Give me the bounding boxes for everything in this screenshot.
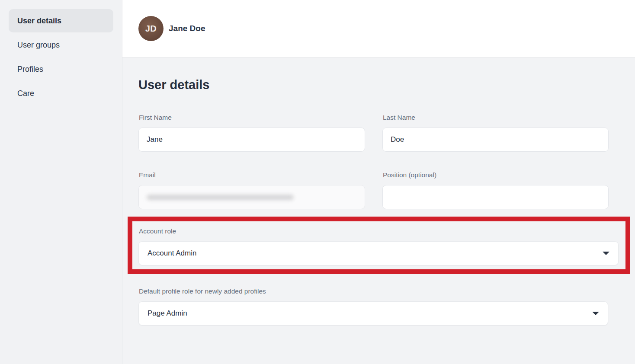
default-profile-role-value: Page Admin: [148, 309, 187, 318]
user-name: Jane Doe: [169, 24, 205, 33]
last-name-input[interactable]: [382, 128, 609, 152]
sidebar-item-label: User groups: [17, 41, 60, 50]
user-details-form: User details First Name Last Name Email: [122, 57, 635, 326]
sidebar-item-profiles[interactable]: Profiles: [9, 57, 113, 81]
account-role-value: Account Admin: [148, 249, 196, 258]
position-field-group: Position (optional): [382, 171, 609, 209]
red-annotation-rectangle: Account role Account Admin: [128, 217, 630, 274]
sidebar-item-user-details[interactable]: User details: [9, 9, 113, 32]
chevron-down-icon: [592, 312, 599, 315]
first-name-input[interactable]: [138, 128, 365, 152]
last-name-label: Last Name: [383, 114, 609, 121]
email-field-group: Email: [138, 171, 365, 209]
email-input: [138, 185, 365, 209]
account-role-label: Account role: [139, 227, 619, 235]
avatar: JD: [138, 16, 164, 41]
user-header: JD Jane Doe: [122, 0, 635, 57]
last-name-field-group: Last Name: [382, 114, 609, 152]
first-name-field-group: First Name: [138, 114, 365, 152]
default-profile-role-label: Default profile role for newly added pro…: [139, 287, 619, 295]
settings-sidebar: User details User groups Profiles Care: [0, 0, 122, 364]
sidebar-item-label: Profiles: [17, 65, 43, 74]
sidebar-item-label: User details: [17, 16, 61, 26]
redacted-email-value: [147, 195, 294, 200]
first-name-label: First Name: [139, 114, 365, 121]
main-panel: JD Jane Doe User details First Name Last…: [122, 0, 635, 364]
page-title: User details: [138, 78, 619, 92]
sidebar-item-label: Care: [17, 89, 34, 98]
default-profile-role-field-group: Default profile role for newly added pro…: [138, 287, 619, 326]
position-label: Position (optional): [383, 171, 609, 179]
account-role-select[interactable]: Account Admin: [138, 241, 619, 265]
chevron-down-icon: [603, 252, 609, 255]
form-grid: First Name Last Name Email Position (opt…: [138, 114, 619, 209]
email-label: Email: [139, 171, 365, 179]
default-profile-role-select[interactable]: Page Admin: [138, 301, 608, 326]
app-window: User details User groups Profiles Care J…: [0, 0, 635, 364]
sidebar-item-care[interactable]: Care: [9, 82, 113, 105]
position-input[interactable]: [382, 185, 609, 209]
sidebar-item-user-groups[interactable]: User groups: [9, 33, 113, 57]
